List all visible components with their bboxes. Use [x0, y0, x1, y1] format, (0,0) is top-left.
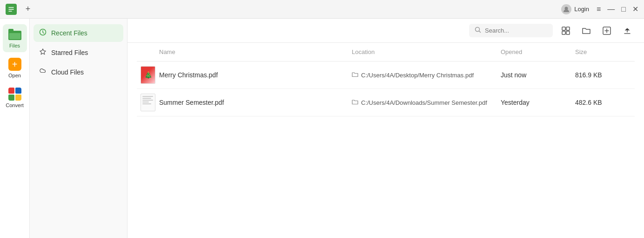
file-location-christmas: C:/Users/4A/Desktop/Merry Christmas.pdf [352, 71, 501, 79]
svg-rect-8 [566, 27, 570, 30]
app-logo [6, 4, 17, 15]
maximize-button[interactable]: □ [621, 6, 626, 13]
view-grid-button[interactable] [558, 23, 573, 38]
toolbar [127, 19, 644, 43]
files-nav-label: Files [9, 43, 20, 48]
file-name-summer: Summer Semester.pdf [159, 99, 352, 106]
upload-button[interactable] [620, 23, 635, 38]
cloud-files-label: Cloud Files [51, 68, 84, 76]
header-name: Name [159, 48, 352, 55]
login-area[interactable]: Login [561, 4, 589, 14]
close-button[interactable]: ✕ [632, 6, 638, 13]
header-location: Location [352, 48, 501, 55]
file-thumb-christmas [141, 66, 159, 84]
header-opened: Opened [501, 48, 575, 55]
svg-rect-9 [562, 31, 565, 34]
svg-rect-3 [8, 29, 13, 32]
file-nav-cloud[interactable]: Cloud Files [34, 63, 123, 81]
convert-nav-label: Convert [6, 102, 24, 108]
open-nav-label: Open [8, 73, 21, 78]
file-name-christmas: Merry Christmas.pdf [159, 71, 352, 79]
title-bar-left: + [6, 4, 34, 15]
file-opened-summer: Yesterday [501, 99, 575, 106]
table-row[interactable]: Summer Semester.pdf C:/Users/4A/Download… [137, 89, 635, 116]
open-nav-icon: + [8, 58, 21, 71]
file-table: Name Location Opened Size Merry Christma… [127, 43, 644, 238]
login-label: Login [574, 6, 589, 13]
menu-button[interactable]: ≡ [597, 6, 601, 13]
app-body: Files + Open Convert [0, 19, 644, 238]
search-input[interactable] [485, 27, 545, 34]
new-tab-button[interactable]: + [22, 4, 34, 15]
minimize-button[interactable]: — [607, 6, 615, 13]
starred-icon [39, 48, 47, 57]
recent-files-label: Recent Files [51, 29, 87, 37]
folder-icon [352, 99, 358, 106]
folder-icon [352, 71, 358, 79]
file-nav: Recent Files Starred Files Cloud Files [30, 19, 127, 238]
avatar-icon [561, 4, 571, 14]
file-nav-recent[interactable]: Recent Files [34, 24, 123, 42]
file-size-christmas: 816.9 KB [575, 71, 631, 79]
files-nav-icon [8, 28, 21, 41]
file-location-summer: C:/Users/4A/Downloads/Summer Semester.pd… [352, 99, 501, 106]
svg-rect-4 [9, 33, 20, 39]
icon-nav: Files + Open Convert [0, 19, 30, 238]
title-bar: + Login ≡ — □ ✕ [0, 0, 644, 19]
file-size-summer: 482.6 KB [575, 99, 631, 106]
folder-button[interactable] [579, 23, 594, 38]
svg-rect-7 [562, 27, 565, 30]
recent-icon [39, 28, 47, 38]
table-header: Name Location Opened Size [137, 43, 635, 61]
table-row[interactable]: Merry Christmas.pdf C:/Users/4A/Desktop/… [137, 61, 635, 89]
title-bar-right: Login ≡ — □ ✕ [561, 4, 638, 14]
svg-rect-10 [566, 31, 570, 34]
file-thumb-summer [141, 94, 159, 111]
file-nav-starred[interactable]: Starred Files [34, 44, 123, 61]
header-size: Size [575, 48, 631, 55]
search-icon [475, 27, 481, 34]
file-opened-christmas: Just now [501, 71, 575, 79]
nav-item-open[interactable]: + Open [3, 54, 27, 82]
nav-item-convert[interactable]: Convert [3, 84, 27, 112]
nav-item-files[interactable]: Files [3, 24, 27, 52]
main-content: Name Location Opened Size Merry Christma… [127, 19, 644, 238]
window-controls: ≡ — □ ✕ [597, 6, 638, 13]
starred-files-label: Starred Files [51, 49, 88, 56]
search-box[interactable] [469, 24, 553, 37]
cloud-icon [39, 68, 47, 77]
convert-nav-icon [8, 88, 21, 101]
add-button[interactable] [599, 23, 614, 38]
